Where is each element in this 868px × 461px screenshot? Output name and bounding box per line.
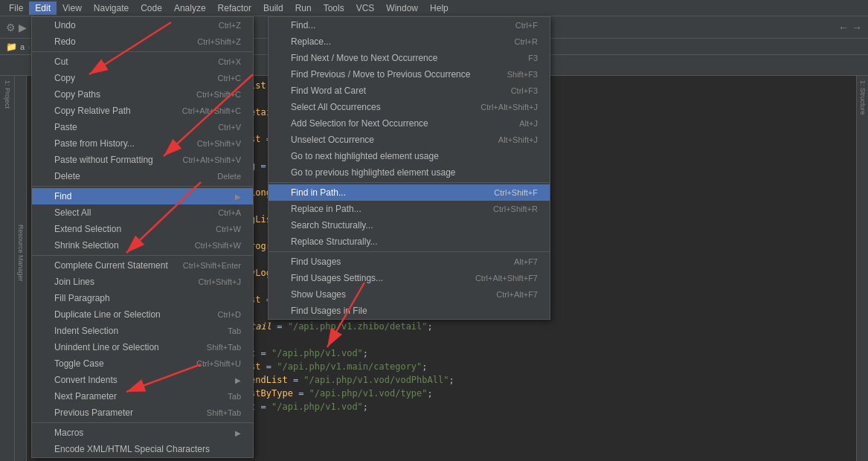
find-separator-2 bbox=[269, 251, 550, 252]
menu-convert-indents[interactable]: Convert Indents ▶ bbox=[32, 372, 253, 388]
menu-copy-label: Copy bbox=[54, 73, 203, 83]
menu-copy-paths[interactable]: Copy Paths Ctrl+Shift+C bbox=[32, 86, 253, 103]
find-prev-occurrence-label: Find Previous / Move to Previous Occurre… bbox=[291, 69, 492, 80]
find-in-path-label: Find in Path... bbox=[291, 187, 479, 198]
find-word-at-caret[interactable]: Find Word at Caret Ctrl+F3 bbox=[269, 83, 550, 99]
find-show-usages-shortcut: Ctrl+Alt+F7 bbox=[496, 290, 538, 299]
menu-next-parameter[interactable]: Next Parameter Tab bbox=[32, 388, 253, 404]
menu-previous-parameter-label: Previous Parameter bbox=[54, 407, 192, 418]
find-replace-label: Replace... bbox=[291, 36, 500, 47]
find-prev-occurrence[interactable]: Find Previous / Move to Previous Occurre… bbox=[269, 66, 550, 83]
menu-select-all-label: Select All bbox=[54, 207, 203, 218]
menu-macros-label: Macros bbox=[54, 428, 229, 438]
find-unselect-occurrence[interactable]: Unselect Occurrence Alt+Shift+J bbox=[269, 132, 550, 148]
find-replace-structurally[interactable]: Replace Structurally... bbox=[269, 233, 550, 250]
menu-undo-label: Undo bbox=[54, 20, 204, 30]
menu-find[interactable]: Find ▶ bbox=[32, 188, 253, 204]
find-replace-in-path[interactable]: Replace in Path... Ctrl+Shift+R bbox=[269, 201, 550, 217]
menu-find-label: Find bbox=[54, 191, 229, 202]
menu-copy[interactable]: Copy Ctrl+C bbox=[32, 70, 253, 86]
menu-paste-no-format[interactable]: Paste without Formatting Ctrl+Alt+Shift+… bbox=[32, 152, 253, 168]
find-unselect-occurrence-label: Unselect Occurrence bbox=[291, 135, 483, 145]
find-select-all-occurrences[interactable]: Select All Occurrences Ctrl+Alt+Shift+J bbox=[269, 99, 550, 115]
find-usages-settings[interactable]: Find Usages Settings... Ctrl+Alt+Shift+F… bbox=[269, 270, 550, 286]
find-add-selection-next[interactable]: Add Selection for Next Occurrence Alt+J bbox=[269, 115, 550, 132]
find-usages-in-file-label: Find Usages in File bbox=[291, 306, 538, 316]
menu-shrink-selection-shortcut: Ctrl+Shift+W bbox=[195, 241, 241, 250]
find-select-all-occurrences-shortcut: Ctrl+Alt+Shift+J bbox=[480, 103, 538, 112]
find-usages-shortcut: Alt+F7 bbox=[514, 257, 538, 266]
menu-select-all[interactable]: Select All Ctrl+A bbox=[32, 204, 253, 221]
find-search-structurally-label: Search Structurally... bbox=[291, 220, 538, 230]
menu-copy-paths-label: Copy Paths bbox=[54, 89, 181, 100]
find-search-structurally[interactable]: Search Structurally... bbox=[269, 217, 550, 233]
find-submenu: Find... Ctrl+F Replace... Ctrl+R Find Ne… bbox=[268, 16, 550, 320]
menu-delete-label: Delete bbox=[54, 171, 202, 181]
menu-cut[interactable]: Cut Ctrl+X bbox=[32, 54, 253, 70]
menu-previous-parameter-shortcut: Shift+Tab bbox=[207, 408, 241, 417]
menu-redo-label: Redo bbox=[54, 36, 182, 47]
menu-undo[interactable]: Undo Ctrl+Z bbox=[32, 17, 253, 33]
menu-macros[interactable]: Macros ▶ bbox=[32, 425, 253, 441]
menu-shrink-selection[interactable]: Shrink Selection Ctrl+Shift+W bbox=[32, 237, 253, 254]
menu-redo-shortcut: Ctrl+Shift+Z bbox=[197, 37, 241, 46]
find-goto-next-highlight-label: Go to next highlighted element usage bbox=[291, 151, 538, 161]
menu-delete-shortcut: Delete bbox=[217, 172, 241, 181]
find-prev-occurrence-shortcut: Shift+F3 bbox=[507, 70, 538, 79]
find-next-occurrence[interactable]: Find Next / Move to Next Occurrence F3 bbox=[269, 50, 550, 66]
menu-duplicate-line[interactable]: Duplicate Line or Selection Ctrl+D bbox=[32, 306, 253, 323]
find-usages-settings-label: Find Usages Settings... bbox=[291, 273, 460, 283]
menu-unindent-line-shortcut: Shift+Tab bbox=[207, 343, 241, 352]
find-goto-prev-highlight[interactable]: Go to previous highlighted element usage bbox=[269, 164, 550, 181]
menu-convert-indents-label: Convert Indents bbox=[54, 375, 229, 385]
menu-duplicate-line-shortcut: Ctrl+D bbox=[218, 310, 241, 319]
menu-paste-shortcut: Ctrl+V bbox=[218, 123, 241, 132]
find-next-occurrence-label: Find Next / Move to Next Occurrence bbox=[291, 53, 513, 63]
menu-redo[interactable]: Redo Ctrl+Shift+Z bbox=[32, 33, 253, 50]
menu-complete-statement[interactable]: Complete Current Statement Ctrl+Shift+En… bbox=[32, 257, 253, 274]
find-usages-in-file[interactable]: Find Usages in File bbox=[269, 303, 550, 319]
find-add-selection-next-label: Add Selection for Next Occurrence bbox=[291, 118, 504, 129]
find-find[interactable]: Find... Ctrl+F bbox=[269, 17, 550, 33]
separator-3 bbox=[32, 255, 253, 256]
menu-paste-history-label: Paste from History... bbox=[54, 138, 182, 149]
menu-find-arrow: ▶ bbox=[235, 193, 241, 201]
separator-2 bbox=[32, 186, 253, 187]
find-replace-in-path-label: Replace in Path... bbox=[291, 204, 478, 214]
find-usages[interactable]: Find Usages Alt+F7 bbox=[269, 254, 550, 270]
find-show-usages[interactable]: Show Usages Ctrl+Alt+F7 bbox=[269, 286, 550, 303]
menu-shrink-selection-label: Shrink Selection bbox=[54, 240, 180, 251]
find-in-path[interactable]: Find in Path... Ctrl+Shift+F bbox=[269, 184, 550, 201]
find-unselect-occurrence-shortcut: Alt+Shift+J bbox=[498, 135, 538, 144]
menu-undo-shortcut: Ctrl+Z bbox=[219, 21, 241, 30]
menu-macros-arrow: ▶ bbox=[235, 429, 241, 437]
menu-unindent-line[interactable]: Unindent Line or Selection Shift+Tab bbox=[32, 339, 253, 355]
find-add-selection-next-shortcut: Alt+J bbox=[519, 119, 538, 128]
menu-paste-history[interactable]: Paste from History... Ctrl+Shift+V bbox=[32, 135, 253, 152]
menu-copy-relative-path[interactable]: Copy Relative Path Ctrl+Alt+Shift+C bbox=[32, 103, 253, 119]
menu-indent-selection-shortcut: Tab bbox=[228, 326, 241, 335]
menu-unindent-line-label: Unindent Line or Selection bbox=[54, 342, 192, 352]
menu-convert-indents-arrow: ▶ bbox=[235, 376, 241, 384]
menu-join-lines[interactable]: Join Lines Ctrl+Shift+J bbox=[32, 274, 253, 290]
menu-encode-xml[interactable]: Encode XML/HTML Special Characters bbox=[32, 441, 253, 457]
menu-delete[interactable]: Delete Delete bbox=[32, 168, 253, 184]
find-goto-next-highlight[interactable]: Go to next highlighted element usage bbox=[269, 148, 550, 164]
menu-next-parameter-shortcut: Tab bbox=[228, 392, 241, 401]
menu-copy-paths-shortcut: Ctrl+Shift+C bbox=[196, 90, 241, 99]
menu-fill-paragraph-label: Fill Paragraph bbox=[54, 293, 241, 303]
find-find-label: Find... bbox=[291, 20, 501, 30]
menu-toggle-case[interactable]: Toggle Case Ctrl+Shift+U bbox=[32, 355, 253, 372]
menu-cut-label: Cut bbox=[54, 57, 203, 67]
edit-context-menu: Undo Ctrl+Z Redo Ctrl+Shift+Z Cut Ctrl+X… bbox=[31, 16, 254, 458]
find-replace[interactable]: Replace... Ctrl+R bbox=[269, 33, 550, 50]
menu-previous-parameter[interactable]: Previous Parameter Shift+Tab bbox=[32, 404, 253, 421]
menu-extend-selection[interactable]: Extend Selection Ctrl+W bbox=[32, 221, 253, 237]
menu-fill-paragraph[interactable]: Fill Paragraph bbox=[32, 290, 253, 306]
separator-4 bbox=[32, 422, 253, 423]
find-separator-1 bbox=[269, 182, 550, 183]
menu-indent-selection[interactable]: Indent Selection Tab bbox=[32, 323, 253, 339]
menu-encode-xml-label: Encode XML/HTML Special Characters bbox=[54, 444, 241, 454]
menu-paste[interactable]: Paste Ctrl+V bbox=[32, 119, 253, 135]
find-goto-prev-highlight-label: Go to previous highlighted element usage bbox=[291, 167, 538, 178]
